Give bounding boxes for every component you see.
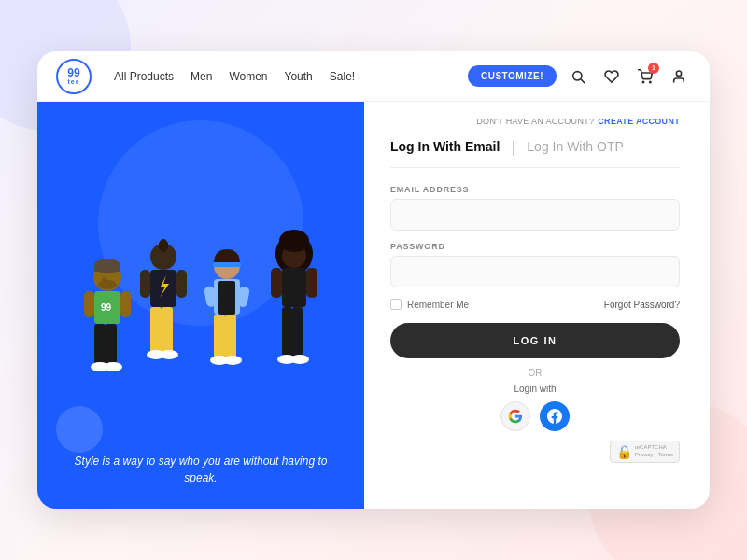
svg-rect-20 [159,243,168,248]
forgot-password-link[interactable]: Forgot Password? [604,300,680,310]
email-label: EMAIL ADDRESS [390,185,680,194]
nav-actions: CUSTOMIZE! 1 [468,64,691,89]
remember-label: Remember Me [407,300,469,310]
svg-rect-16 [84,291,94,317]
svg-rect-34 [225,315,236,359]
svg-point-46 [290,355,309,364]
right-panel: DON'T HAVE AN ACCOUNT? CREATE ACCOUNT Lo… [364,102,710,509]
or-text: OR [390,368,680,378]
quote-text: Style is a way to say who you are withou… [37,453,364,486]
svg-rect-13 [106,324,117,366]
nav-sale[interactable]: Sale! [330,70,355,83]
svg-point-9 [98,280,117,289]
no-account-row: DON'T HAVE AN ACCOUNT? CREATE ACCOUNT [390,117,680,126]
main-card: 99 tee All Products Men Women Youth Sale… [37,51,710,509]
recaptcha-text: reCAPTCHA Privacy - Terms [635,444,673,459]
svg-rect-44 [292,307,303,358]
svg-rect-21 [150,270,176,307]
people-illustration: 99 [61,219,341,443]
user-icon[interactable] [667,64,691,89]
tab-otp[interactable]: Log In With OTP [527,139,623,158]
password-input[interactable] [390,256,680,287]
recaptcha-logo: 🔒 [616,444,632,459]
svg-point-41 [279,230,309,252]
logo-circle: 99 tee [56,59,92,94]
nav-women[interactable]: Women [229,70,267,83]
nav-men[interactable]: Men [190,70,212,83]
svg-point-15 [104,362,122,371]
svg-rect-42 [282,268,306,307]
logo-text: tee [67,78,79,85]
svg-rect-7 [94,266,120,272]
social-icons [390,401,680,431]
navbar: 99 tee All Products Men Women Youth Sale… [37,51,710,102]
email-input[interactable] [390,199,680,231]
svg-rect-43 [282,307,292,358]
remember-me: Remember Me [390,299,469,310]
wishlist-icon[interactable] [599,64,624,89]
login-with-label: Login with [390,384,680,394]
svg-text:99: 99 [101,302,112,313]
logo[interactable]: 99 tee [56,59,92,94]
cart-icon[interactable]: 1 [633,64,657,89]
recaptcha-row: 🔒 reCAPTCHA Privacy - Terms [390,441,680,463]
svg-point-2 [642,81,643,82]
create-account-link[interactable]: CREATE ACCOUNT [598,117,680,126]
customize-button[interactable]: CUSTOMIZE! [468,65,557,87]
svg-rect-30 [213,262,241,267]
cart-badge: 1 [648,63,659,74]
svg-point-26 [160,350,178,359]
svg-point-4 [676,71,681,76]
svg-rect-48 [306,268,317,298]
search-icon[interactable] [566,64,590,89]
svg-line-1 [581,79,585,83]
recaptcha-box: 🔒 reCAPTCHA Privacy - Terms [610,441,680,463]
login-tabs: Log In With Email Log In With OTP [390,139,680,168]
logo-numbers: 99 [67,67,79,78]
svg-rect-28 [176,270,187,298]
password-label: PASSWORD [390,242,680,251]
svg-rect-27 [140,270,150,298]
svg-rect-17 [120,291,131,317]
svg-point-36 [223,356,242,365]
facebook-login-button[interactable] [540,401,570,431]
svg-rect-24 [162,307,173,354]
remember-forgot-row: Remember Me Forgot Password? [390,299,680,310]
google-login-button[interactable] [500,401,530,431]
remember-checkbox[interactable] [390,299,402,310]
nav-all-products[interactable]: All Products [114,70,174,83]
tab-divider [513,141,514,156]
svg-rect-32 [218,281,235,315]
svg-rect-12 [94,324,106,366]
svg-point-3 [650,81,651,82]
nav-links: All Products Men Women Youth Sale! [114,70,468,83]
nav-youth[interactable]: Youth [285,70,313,83]
svg-rect-33 [214,315,225,359]
no-account-text: DON'T HAVE AN ACCOUNT? [476,117,594,126]
left-panel: 99 [37,102,364,509]
svg-rect-47 [271,268,282,298]
tab-email[interactable]: Log In With Email [390,139,500,158]
login-button[interactable]: LOG IN [390,323,680,358]
content-area: 99 [37,102,710,509]
svg-rect-23 [150,307,162,354]
